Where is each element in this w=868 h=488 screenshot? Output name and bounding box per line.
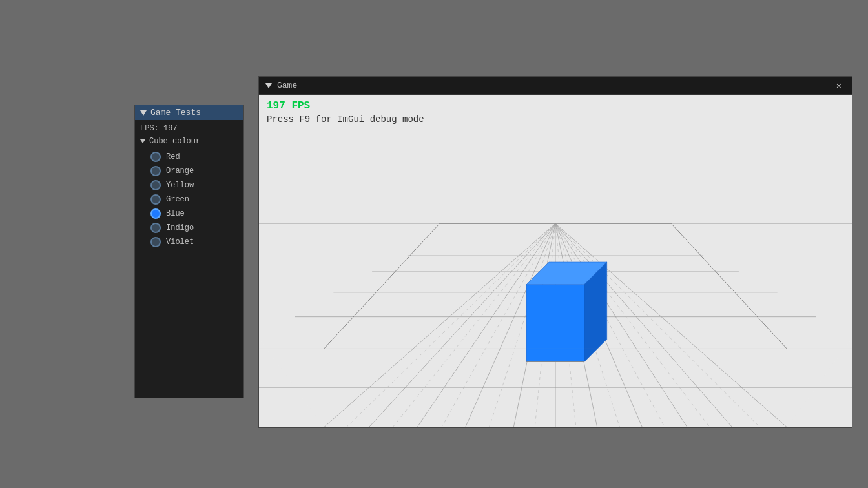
close-button[interactable]: × — [832, 79, 845, 92]
color-item-blue[interactable]: Blue — [140, 207, 238, 221]
color-item-green[interactable]: Green — [140, 192, 238, 207]
section-collapse-icon[interactable] — [140, 139, 145, 143]
game-title: Game — [277, 81, 297, 90]
color-label-indigo: Indigo — [166, 223, 194, 232]
color-item-yellow[interactable]: Yellow — [140, 178, 238, 192]
color-dot-green — [150, 194, 161, 205]
panel-collapse-icon[interactable] — [140, 110, 147, 116]
section-label: Cube colour — [149, 137, 200, 146]
color-item-orange[interactable]: Orange — [140, 164, 238, 178]
game-panel-icon — [265, 83, 272, 88]
game-titlebar: Game × — [259, 77, 852, 95]
color-dot-indigo — [150, 223, 161, 233]
color-label-orange: Orange — [166, 167, 194, 176]
section-header: Cube colour — [140, 137, 238, 146]
panel-title: Game Tests — [150, 108, 201, 117]
panel-content: FPS: 197 Cube colour RedOrangeYellowGree… — [135, 120, 243, 253]
game-title-left: Game — [265, 81, 297, 90]
color-item-violet[interactable]: Violet — [140, 235, 238, 249]
color-dot-red — [150, 152, 161, 162]
scene-container — [259, 95, 852, 427]
color-dot-violet — [150, 237, 161, 247]
game-viewport[interactable]: 197 FPS Press F9 for ImGui debug mode — [259, 95, 852, 427]
scene-svg — [259, 95, 852, 427]
fps-label: FPS: 197 — [140, 124, 238, 133]
color-label-violet: Violet — [166, 238, 194, 247]
color-label-green: Green — [166, 195, 189, 204]
color-item-red[interactable]: Red — [140, 150, 238, 164]
color-item-indigo[interactable]: Indigo — [140, 221, 238, 235]
game-window: Game × 197 FPS Press F9 for ImGui debug … — [258, 76, 852, 428]
cube-front-face — [526, 285, 584, 362]
color-dot-yellow — [150, 180, 161, 190]
color-label-red: Red — [166, 152, 180, 161]
color-dot-blue — [150, 208, 161, 219]
left-panel: Game Tests FPS: 197 Cube colour RedOrang… — [134, 105, 244, 398]
debug-hint: Press F9 for ImGui debug mode — [267, 114, 424, 125]
fps-overlay: 197 FPS — [267, 100, 310, 112]
color-dot-orange — [150, 166, 161, 176]
color-label-blue: Blue — [166, 209, 185, 218]
color-label-yellow: Yellow — [166, 181, 194, 190]
panel-header: Game Tests — [135, 105, 243, 120]
color-list: RedOrangeYellowGreenBlueIndigoViolet — [140, 150, 238, 249]
